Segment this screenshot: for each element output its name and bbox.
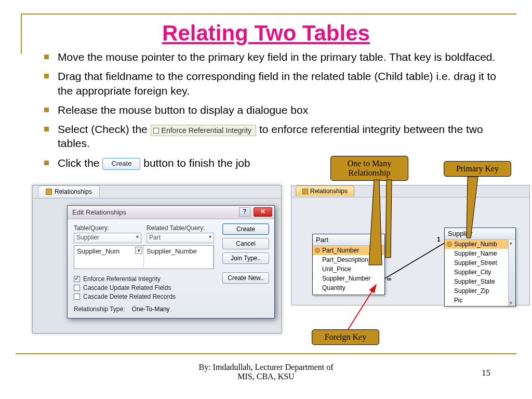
bullet-4: Select (Check) the Enforce Referential I… bbox=[44, 122, 506, 151]
frame-left bbox=[21, 14, 22, 54]
relationships-icon bbox=[46, 189, 52, 195]
field-supplier-name[interactable]: Supplier_Name bbox=[445, 249, 515, 258]
field-part-description[interactable]: Part_Description bbox=[313, 255, 384, 264]
field-grid[interactable]: Supplier_Num▾ Supplier_Numbe bbox=[74, 245, 214, 269]
checkbox-icon bbox=[153, 128, 159, 134]
grid-cell-right[interactable]: Supplier_Numbe bbox=[144, 246, 214, 269]
tab-label: Relationships bbox=[310, 188, 348, 195]
table-query-combo[interactable]: Supplier bbox=[74, 233, 141, 243]
footer-text: By: Imdadullah, Lecturer Department of M… bbox=[16, 363, 516, 381]
checkbox-icon bbox=[74, 285, 80, 291]
edit-relationships-screenshot: Relationships Edit Relationships ? ✕ Tab… bbox=[32, 185, 282, 334]
checkbox-icon bbox=[74, 276, 80, 282]
chevron-down-icon[interactable]: ▾ bbox=[135, 247, 142, 254]
scrollbar[interactable] bbox=[508, 240, 515, 306]
one-symbol: 1 bbox=[437, 236, 441, 243]
bullet-list: Move the mouse pointer to the primary ke… bbox=[16, 50, 516, 170]
enforce-integrity-chip: Enforce Referential Integrity bbox=[151, 125, 257, 136]
cancel-button[interactable]: Cancel bbox=[222, 238, 269, 249]
field-supplier-state[interactable]: Supplier_State bbox=[445, 277, 515, 286]
tab-label: Relationships bbox=[55, 188, 92, 195]
table-title: Supplier bbox=[445, 228, 515, 240]
page-number: 15 bbox=[482, 368, 490, 378]
callout-primary-key: Primary Key bbox=[444, 161, 511, 177]
field-supplier-numb[interactable]: Supplier_Numb bbox=[445, 240, 515, 249]
table-query-label: Table/Query: bbox=[74, 224, 141, 232]
field-supplier-number[interactable]: Supplier_Number bbox=[313, 274, 384, 283]
bullet-1: Move the mouse pointer to the primary ke… bbox=[44, 50, 506, 64]
bullet-4a: Select (Check) the bbox=[58, 123, 148, 135]
bullet-5: Click the Create button to finish the jo… bbox=[44, 156, 506, 170]
dialog-buttons: Create Cancel Join Type.. Create New.. bbox=[222, 223, 269, 284]
reltype-value: One-To-Many bbox=[132, 305, 170, 313]
field-supplier-zip[interactable]: Supplier_Zip bbox=[445, 286, 515, 296]
field-part-number[interactable]: Part_Number bbox=[313, 246, 384, 255]
infinity-symbol: ∞ bbox=[387, 275, 392, 283]
frame-bottom bbox=[16, 353, 516, 354]
cascade-update-checkbox[interactable]: Cascade Update Related Fields bbox=[74, 284, 268, 291]
relationships-view-screenshot: Relationships Part Part_Number Part_Desc… bbox=[291, 185, 530, 305]
bullet-2: Drag that fieldname to the corresponding… bbox=[44, 69, 506, 98]
reltype-label: Relationship Type: bbox=[74, 305, 125, 313]
edit-relationships-dialog: Edit Relationships ? ✕ Table/Query: Supp… bbox=[67, 205, 275, 318]
join-type-button[interactable]: Join Type.. bbox=[222, 252, 269, 264]
create-button-chip: Create bbox=[102, 158, 140, 170]
relationships-tab[interactable]: Relationships bbox=[296, 185, 354, 196]
table-part[interactable]: Part Part_Number Part_Description Unit_P… bbox=[312, 234, 385, 295]
related-table-combo[interactable]: Part bbox=[147, 233, 214, 243]
chip-label: Enforce Referential Integrity bbox=[162, 126, 252, 135]
bullet-5b: button to finish the job bbox=[143, 157, 250, 169]
bullet-3: Release the mouse button to display a di… bbox=[44, 103, 506, 117]
slide: Relating Two Tables Move the mouse point… bbox=[16, 10, 516, 383]
relationship-type: Relationship Type: One-To-Many bbox=[74, 305, 268, 313]
callout-foreign-key: Foreign Key bbox=[312, 329, 379, 345]
relationships-icon bbox=[302, 189, 308, 194]
relationships-tab[interactable]: Relationships bbox=[38, 185, 100, 197]
close-button[interactable]: ✕ bbox=[254, 207, 272, 217]
related-table-label: Related Table/Query: bbox=[147, 224, 214, 232]
svg-line-0 bbox=[385, 243, 444, 278]
bullet-5a: Click the bbox=[58, 157, 100, 169]
relationships-canvas[interactable]: Part Part_Number Part_Description Unit_P… bbox=[291, 197, 529, 305]
checkbox-icon bbox=[74, 294, 80, 300]
page-title: Relating Two Tables bbox=[16, 21, 516, 46]
callout-one-to-many: One to Many Relationship bbox=[330, 156, 408, 181]
frame-top bbox=[21, 14, 516, 15]
dialog-title: Edit Relationships bbox=[72, 208, 126, 216]
table-supplier[interactable]: Supplier Supplier_Numb Supplier_Name Sup… bbox=[444, 228, 516, 307]
field-unit-price[interactable]: Unit_Price bbox=[313, 264, 384, 274]
field-supplier-street[interactable]: Supplier_Street bbox=[445, 258, 515, 268]
create-button[interactable]: Create bbox=[222, 223, 269, 235]
cascade-delete-checkbox[interactable]: Cascade Delete Related Records bbox=[74, 293, 268, 300]
help-button[interactable]: ? bbox=[239, 207, 250, 217]
field-quantity[interactable]: Quantity bbox=[313, 283, 384, 292]
field-pic[interactable]: Pic bbox=[445, 296, 515, 305]
table-title: Part bbox=[313, 234, 384, 246]
field-supplier-city[interactable]: Supplier_City bbox=[445, 268, 515, 277]
create-new-button[interactable]: Create New.. bbox=[222, 272, 269, 284]
grid-cell-left[interactable]: Supplier_Num▾ bbox=[74, 246, 144, 269]
dialog-titlebar: Edit Relationships ? ✕ bbox=[68, 206, 274, 219]
